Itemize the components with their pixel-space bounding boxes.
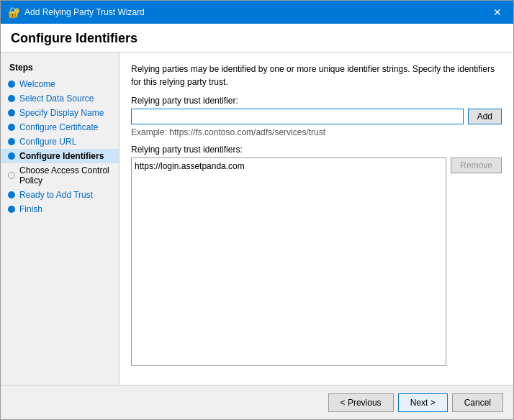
sidebar-item-configure-identifiers[interactable]: Configure Identifiers: [1, 149, 119, 163]
dot-icon: [8, 152, 15, 160]
description-text: Relying parties may be identified by one…: [131, 63, 502, 88]
dot-icon: [8, 81, 15, 88]
add-button[interactable]: Add: [468, 109, 502, 124]
dot-icon: [8, 95, 15, 102]
sidebar-item-label: Specify Display Name: [19, 108, 104, 118]
sidebar-item-label: Welcome: [19, 79, 55, 89]
sidebar-item-welcome[interactable]: Welcome: [1, 77, 119, 91]
sidebar-item-label: Finish: [19, 204, 42, 214]
sidebar-heading: Steps: [1, 60, 119, 77]
sidebar-item-finish: Finish: [1, 202, 119, 216]
sidebar-item-configure-url[interactable]: Configure URL: [1, 134, 119, 149]
title-bar-left: 🔐 Add Relying Party Trust Wizard: [8, 6, 145, 18]
sidebar-item-ready-to-add: Ready to Add Trust: [1, 188, 119, 202]
identifiers-row: https://login.assetpanda.com Remove: [131, 158, 502, 366]
main-panel: Relying parties may be identified by one…: [120, 52, 513, 385]
dot-icon: [8, 191, 15, 198]
sidebar-item-label: Ready to Add Trust: [19, 190, 93, 200]
sidebar-item-label: Configure Certificate: [19, 122, 98, 132]
identifier-input[interactable]: [131, 109, 464, 124]
dot-icon: [8, 206, 15, 213]
sidebar: Steps Welcome Select Data Source Specify…: [1, 52, 120, 385]
dot-icon: [8, 172, 15, 179]
identifier-input-row: Add: [131, 109, 502, 124]
sidebar-item-specify-display-name[interactable]: Specify Display Name: [1, 106, 119, 120]
dot-icon: [8, 124, 15, 131]
dot-icon: [8, 138, 15, 145]
content-area: Steps Welcome Select Data Source Specify…: [1, 52, 513, 385]
title-bar: 🔐 Add Relying Party Trust Wizard ✕: [1, 1, 513, 24]
identifiers-list-group: Relying party trust identifiers: https:/…: [131, 145, 502, 366]
identifiers-box: https://login.assetpanda.com: [131, 158, 446, 366]
example-text: Example: https://fs.contoso.com/adfs/ser…: [131, 127, 502, 137]
footer: < Previous Next > Cancel: [1, 385, 513, 419]
sidebar-item-choose-access-control: Choose Access Control Policy: [1, 163, 119, 188]
wizard-window: 🔐 Add Relying Party Trust Wizard ✕ Confi…: [0, 0, 514, 420]
sidebar-item-select-data-source[interactable]: Select Data Source: [1, 91, 119, 106]
page-title: Configure Identifiers: [1, 24, 513, 52]
sidebar-item-configure-certificate[interactable]: Configure Certificate: [1, 120, 119, 134]
sidebar-item-label: Configure Identifiers: [19, 151, 104, 161]
remove-button[interactable]: Remove: [451, 158, 502, 173]
sidebar-item-label: Configure URL: [19, 137, 76, 147]
identifier-label: Relying party trust identifier:: [131, 96, 502, 106]
sidebar-item-label: Choose Access Control Policy: [19, 165, 110, 186]
dot-icon: [8, 109, 15, 117]
previous-button[interactable]: < Previous: [328, 393, 394, 412]
close-button[interactable]: ✕: [489, 6, 506, 19]
cancel-button[interactable]: Cancel: [452, 393, 503, 412]
identifier-field-group: Relying party trust identifier: Add Exam…: [131, 96, 502, 137]
identifiers-label: Relying party trust identifiers:: [131, 145, 502, 155]
sidebar-item-label: Select Data Source: [19, 93, 94, 104]
next-button[interactable]: Next >: [398, 393, 448, 412]
window-icon: 🔐: [8, 6, 20, 18]
window-title: Add Relying Party Trust Wizard: [24, 7, 145, 17]
